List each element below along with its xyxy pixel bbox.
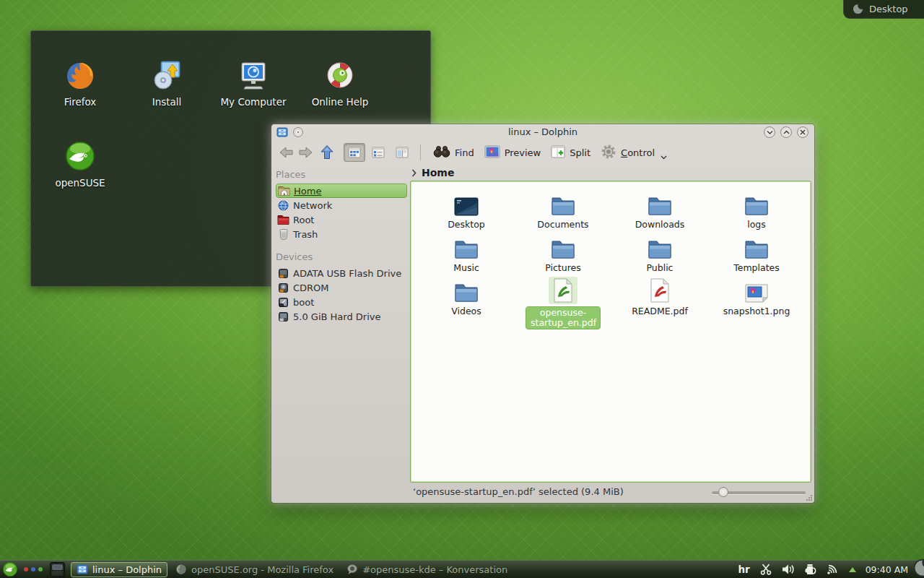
cashew-icon <box>853 4 863 14</box>
find-button[interactable]: Find <box>428 142 479 163</box>
partition-icon <box>277 296 289 308</box>
icons-view-button[interactable] <box>344 143 365 162</box>
file-view[interactable]: Desktop Documents Downloads logs Music P… <box>410 181 811 483</box>
maximize-button[interactable] <box>780 126 792 138</box>
close-button[interactable] <box>797 126 808 138</box>
device-cdrom[interactable]: CDROM <box>276 280 407 295</box>
system-tray: hr 09:40 AM <box>738 564 924 576</box>
desktop-toolbox[interactable]: Desktop <box>843 0 924 19</box>
harddrive-icon <box>277 311 289 322</box>
zoom-slider[interactable] <box>712 489 806 495</box>
gear-icon <box>601 144 616 162</box>
split-button[interactable]: Split <box>546 142 596 163</box>
file-desktop[interactable]: Desktop <box>419 190 513 233</box>
green-dot-icon <box>38 567 43 571</box>
dolphin-icon <box>77 564 88 575</box>
pager-desktop-2[interactable] <box>52 571 63 575</box>
task-list: linux – Dolphin openSUSE.org - Mozilla F… <box>71 562 515 577</box>
panel-toolbox-cashew[interactable] <box>913 558 924 577</box>
dolphin-window: linux – Dolphin <box>271 124 814 503</box>
desktop-icon-label: Firefox <box>64 96 97 108</box>
network-icon[interactable] <box>827 564 840 575</box>
file-pictures[interactable]: Pictures <box>516 233 610 277</box>
find-label: Find <box>455 147 474 158</box>
devices-list: ADATA USB Flash Drive CDROM boot 5.0 GiB… <box>276 266 407 324</box>
up-button[interactable] <box>318 143 336 162</box>
control-label: Control <box>621 147 655 158</box>
desktop-pager[interactable] <box>50 562 65 577</box>
place-root[interactable]: Root <box>276 212 407 227</box>
device-adata-usb-flash-drive[interactable]: ADATA USB Flash Drive <box>276 266 407 280</box>
file-opensuse-startup-en-pdf[interactable]: opensuse-startup_en.pdf <box>516 277 610 320</box>
breadcrumb-home[interactable]: Home <box>422 167 454 178</box>
control-button[interactable]: Control <box>596 142 672 163</box>
place-trash[interactable]: Trash <box>276 227 407 241</box>
firefox-icon <box>62 57 98 93</box>
konversation-icon <box>346 564 358 575</box>
application-launcher-button[interactable] <box>2 561 18 577</box>
cdrom-icon <box>277 282 289 293</box>
file-documents[interactable]: Documents <box>516 190 610 233</box>
tray-expander-icon[interactable] <box>849 567 856 572</box>
file-readme-pdf[interactable]: README.pdf <box>613 277 707 320</box>
desktop-icon-label: My Computer <box>220 96 286 108</box>
forward-button[interactable] <box>296 143 315 162</box>
file-public[interactable]: Public <box>613 233 707 277</box>
folder-icon <box>740 190 773 217</box>
details-view-button[interactable] <box>367 143 389 162</box>
red-dot-icon <box>24 567 28 571</box>
home-icon <box>278 185 290 197</box>
task-opensuse-kde-konversation[interactable]: #opensuse-kde – Konversation <box>341 562 513 577</box>
minimize-button[interactable] <box>764 126 775 138</box>
device-boot[interactable]: boot <box>276 295 407 309</box>
file-templates[interactable]: Templates <box>710 233 803 277</box>
desktop-icon-label: Install <box>152 96 182 108</box>
pdf-green-icon <box>549 277 578 304</box>
folder-icon <box>643 233 676 261</box>
clock[interactable]: 09:40 AM <box>866 564 908 575</box>
task-linux-dolphin[interactable]: linux – Dolphin <box>71 562 167 577</box>
zoom-slider-handle[interactable] <box>718 487 728 497</box>
status-text: ‘opensuse-startup_en.pdf’ selected (9.4 … <box>413 486 624 497</box>
device-5-0-gib-hard-drive[interactable]: 5.0 GiB Hard Drive <box>276 309 407 324</box>
file-grid: Desktop Documents Downloads logs Music P… <box>411 181 811 320</box>
desktop-toolbox-label: Desktop <box>869 4 908 14</box>
file-logs[interactable]: logs <box>710 190 803 233</box>
image-icon <box>741 277 772 304</box>
columns-view-button[interactable] <box>391 143 413 162</box>
binoculars-icon <box>433 145 450 160</box>
file-music[interactable]: Music <box>419 233 513 277</box>
network-icon <box>277 199 289 211</box>
place-home[interactable]: Home <box>276 184 407 198</box>
file-downloads[interactable]: Downloads <box>613 190 707 233</box>
desktop-icon-label: openSUSE <box>55 177 105 189</box>
folder-icon <box>643 190 676 217</box>
file-snapshot1-png[interactable]: snapshot1.png <box>710 277 803 320</box>
quicklaunch-dots[interactable] <box>24 567 43 571</box>
window-title: linux – Dolphin <box>271 126 814 137</box>
back-button[interactable] <box>277 143 296 162</box>
blue-dot-icon <box>31 567 35 571</box>
preview-button[interactable]: Preview <box>479 142 546 163</box>
online-help-icon <box>322 57 358 93</box>
titlebar[interactable]: linux – Dolphin <box>271 124 814 140</box>
places-panel: Places Home Network Root Trash Devices <box>273 165 409 483</box>
device-notifier-icon[interactable] <box>804 564 817 576</box>
split-icon <box>551 145 565 160</box>
trash-icon <box>277 228 289 240</box>
pdf-red-icon <box>645 277 674 304</box>
usb-icon <box>277 267 289 279</box>
desktop-icon-firefox[interactable]: Firefox <box>37 57 123 108</box>
keyboard-layout-indicator[interactable]: hr <box>738 564 749 575</box>
volume-icon[interactable] <box>782 564 795 575</box>
file-videos[interactable]: Videos <box>419 277 513 320</box>
desktop-icon-my-computer[interactable]: My Computer <box>210 57 297 108</box>
task-opensuse-org-mozilla-firefox[interactable]: openSUSE.org - Mozilla Firefox <box>170 562 339 577</box>
desktop-icon-install[interactable]: Install <box>123 57 210 108</box>
resize-grip[interactable] <box>806 495 812 501</box>
klipper-scissors-icon[interactable] <box>759 564 772 575</box>
desktop-icon-opensuse[interactable]: openSUSE <box>37 138 123 189</box>
pager-desktop-1[interactable] <box>52 564 63 570</box>
place-network[interactable]: Network <box>276 198 407 212</box>
desktop-icon-online-help[interactable]: Online Help <box>297 57 383 108</box>
